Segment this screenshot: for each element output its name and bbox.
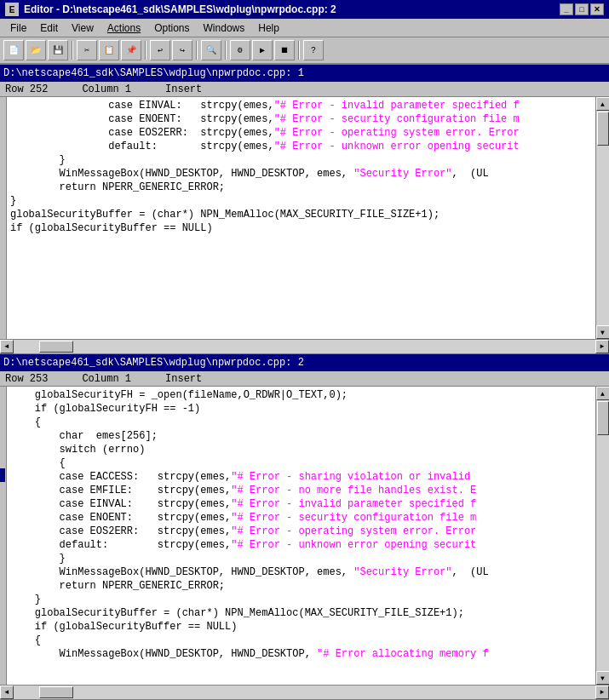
pane2-row: Row 253 [5, 373, 48, 385]
code-line: } [10, 153, 592, 167]
title-bar: E Editor - D:\netscape461_sdk\SAMPLES\wd… [0, 0, 609, 19]
code-line: WinMessageBox(HWND_DESKTOP, HWND_DESKTOP… [10, 565, 592, 579]
code-line: globalSecurityBuffer = (char*) NPN_MemAl… [10, 606, 592, 620]
menu-file[interactable]: File [3, 20, 33, 36]
toolbar-cut[interactable]: ✂ [77, 40, 97, 60]
toolbar-run[interactable]: ▶ [252, 40, 273, 60]
pane1-scrollbar-h[interactable]: ◄ ► [0, 339, 609, 353]
pane2-margin-marker [0, 468, 5, 482]
code-line: WinMessageBox(HWND_DESKTOP, HWND_DESKTOP… [10, 167, 592, 181]
toolbar-open[interactable]: 📂 [26, 40, 46, 60]
pane1-scroll-left[interactable]: ◄ [0, 340, 14, 353]
code-line: case EOS2ERR: strcpy(emes,"# Error - ope… [10, 525, 592, 538]
toolbar-find[interactable]: 🔍 [201, 40, 221, 60]
pane2-scrollbar-v[interactable]: ▲ ▼ [595, 387, 609, 685]
pane2-title-bar: D:\netscape461_sdk\SAMPLES\wdplug\npwrpd… [0, 354, 609, 371]
toolbar-undo[interactable]: ↩ [150, 40, 170, 60]
code-line: default: strcpy(emes,"# Error - unknown … [10, 140, 592, 153]
pane1-left-margin [0, 97, 7, 339]
close-button[interactable]: ✕ [590, 3, 604, 15]
pane1-scroll-htrack[interactable] [14, 340, 595, 353]
menu-view[interactable]: View [65, 20, 101, 36]
toolbar-sep3 [196, 41, 198, 60]
maximize-button[interactable]: □ [575, 3, 589, 15]
toolbar-redo[interactable]: ↪ [172, 40, 192, 60]
toolbar-stop[interactable]: ⏹ [274, 40, 295, 60]
menu-windows[interactable]: Windows [197, 20, 252, 36]
toolbar-sep1 [72, 41, 73, 60]
toolbar-sep5 [298, 41, 300, 60]
menu-options[interactable]: Options [147, 20, 196, 36]
code-line: } [10, 194, 592, 208]
pane2-scroll-htrack[interactable] [14, 686, 595, 699]
toolbar-paste[interactable]: 📌 [121, 40, 141, 60]
toolbar-sep2 [145, 41, 147, 60]
code-line: return NPERR_GENERIC_ERROR; [10, 579, 592, 593]
pane2-code-scroll[interactable]: globalSecurityFH = _open(fileName,O_RDWR… [7, 387, 595, 685]
toolbar: 📄 📂 💾 ✂ 📋 📌 ↩ ↪ 🔍 ⚙ ▶ ⏹ ? [0, 37, 609, 65]
pane2-scrollbar-h[interactable]: ◄ ► [0, 685, 609, 698]
pane1-scroll-hthumb[interactable] [39, 341, 73, 353]
toolbar-save[interactable]: 💾 [48, 40, 68, 60]
pane1-scroll-up[interactable]: ▲ [596, 97, 610, 111]
pane1-mode: Insert [165, 83, 202, 95]
pane2-scroll-thumb[interactable] [597, 401, 609, 435]
pane1-scroll-thumb[interactable] [597, 112, 609, 146]
code-line: } [10, 552, 592, 565]
pane2-status-bar: Row 253 Column 1 Insert [0, 371, 609, 387]
code-line: } [10, 593, 592, 606]
code-line: return NPERR_GENERIC_ERROR; [10, 181, 592, 194]
app-icon: E [5, 3, 19, 16]
title-bar-left: E Editor - D:\netscape461_sdk\SAMPLES\wd… [5, 3, 336, 16]
code-line: if (globalSecurityBuffer == NULL) [10, 620, 592, 634]
code-line: char emes[256]; [10, 429, 592, 443]
pane1-code-scroll[interactable]: case EINVAL: strcpy(emes,"# Error - inva… [7, 97, 595, 339]
toolbar-build[interactable]: ⚙ [230, 40, 250, 60]
pane2-title: D:\netscape461_sdk\SAMPLES\wdplug\npwrpd… [3, 357, 304, 369]
code-line: { [10, 416, 592, 429]
pane1-scroll-track[interactable] [596, 111, 610, 325]
pane1-col: Column 1 [82, 83, 131, 95]
code-line: case ENOENT: strcpy(emes,"# Error - secu… [10, 511, 592, 525]
code-line: { [10, 456, 592, 470]
pane2-scroll-track[interactable] [596, 400, 610, 671]
toolbar-copy[interactable]: 📋 [99, 40, 119, 60]
code-line: switch (errno) [10, 443, 592, 456]
pane1-scrollbar-v[interactable]: ▲ ▼ [595, 97, 609, 339]
pane1-scroll-down[interactable]: ▼ [596, 325, 610, 339]
editor-pane-1: D:\netscape461_sdk\SAMPLES\wdplug\npwrpd… [0, 65, 609, 354]
code-line: case EOS2ERR: strcpy(emes,"# Error - ope… [10, 126, 592, 140]
toolbar-sep4 [225, 41, 227, 60]
pane2-scroll-right[interactable]: ► [595, 686, 609, 699]
pane2-scroll-down[interactable]: ▼ [596, 671, 610, 685]
code-line: default: strcpy(emes,"# Error - unknown … [10, 538, 592, 552]
pane1-scroll-right[interactable]: ► [595, 340, 609, 353]
pane2-code-area: globalSecurityFH = _open(fileName,O_RDWR… [0, 387, 609, 685]
pane1-row: Row 252 [5, 83, 48, 95]
code-line: if (globalSecurityBuffer == NULL) [10, 221, 592, 235]
toolbar-new[interactable]: 📄 [3, 40, 24, 60]
menu-help[interactable]: Help [251, 20, 286, 36]
code-line: if (globalSecurityFH == -1) [10, 402, 592, 416]
code-line: { [10, 634, 592, 647]
title-buttons: _ □ ✕ [560, 3, 604, 15]
code-line: case EACCESS: strcpy(emes,"# Error - sha… [10, 470, 592, 484]
toolbar-help[interactable]: ? [303, 40, 324, 60]
code-line: case EMFILE: strcpy(emes,"# Error - no m… [10, 484, 592, 497]
pane2-mode: Insert [165, 373, 202, 385]
pane2-scroll-left[interactable]: ◄ [0, 686, 14, 699]
menu-edit[interactable]: Edit [33, 20, 65, 36]
pane2-left-margin [0, 387, 7, 685]
pane1-code-area: case EINVAL: strcpy(emes,"# Error - inva… [0, 97, 609, 339]
code-line: globalSecurityBuffer = (char*) NPN_MemAl… [10, 208, 592, 221]
editor-container: D:\netscape461_sdk\SAMPLES\wdplug\npwrpd… [0, 65, 609, 700]
code-line: case EINVAL: strcpy(emes,"# Error - inva… [10, 497, 592, 511]
code-line: case ENOENT: strcpy(emes,"# Error - secu… [10, 112, 592, 126]
menu-actions[interactable]: Actions [101, 20, 147, 36]
code-line: WinMessageBox(HWND_DESKTOP, HWND_DESKTOP… [10, 647, 592, 661]
pane1-status-bar: Row 252 Column 1 Insert [0, 82, 609, 97]
pane2-scroll-hthumb[interactable] [39, 686, 73, 698]
minimize-button[interactable]: _ [560, 3, 573, 15]
pane2-scroll-up[interactable]: ▲ [596, 387, 610, 400]
code-line: globalSecurityFH = _open(fileName,O_RDWR… [10, 388, 592, 402]
